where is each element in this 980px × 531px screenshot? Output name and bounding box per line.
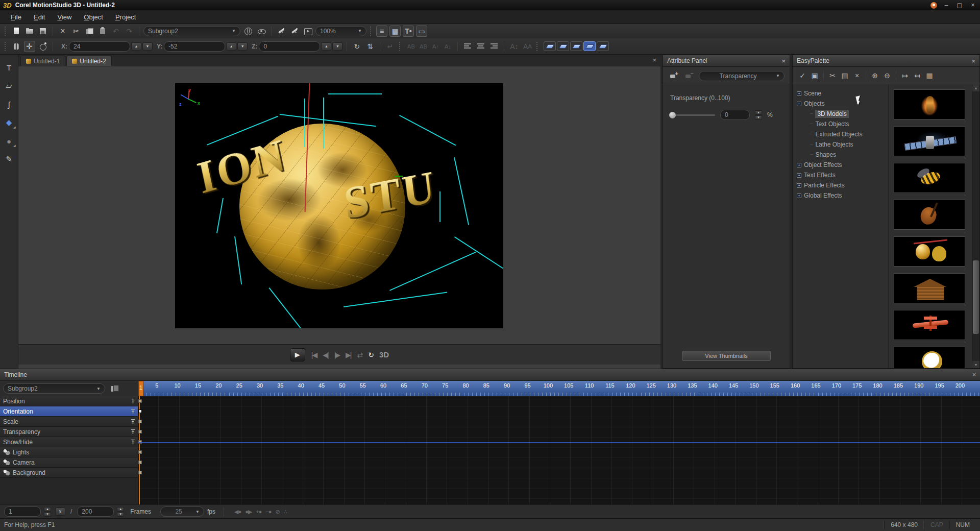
keyframe-marker[interactable] (138, 450, 142, 454)
track-background[interactable]: Background (0, 468, 138, 478)
transparency-slider[interactable] (670, 114, 715, 116)
rotate-tool-button[interactable] (37, 41, 48, 52)
x-spin-down-button[interactable]: ▼ (142, 42, 153, 51)
add-group-button[interactable]: ⊖ (881, 70, 893, 81)
add-attribute-button[interactable] (668, 70, 679, 82)
text-format-button-1[interactable]: AB (405, 41, 416, 52)
paste-button[interactable]: ▤ (839, 70, 850, 81)
pin-icon[interactable]: Ŧ (131, 428, 135, 436)
maximize-button[interactable]: ▢ (955, 2, 964, 9)
add-object-button[interactable]: ⊕ (869, 70, 880, 81)
tree-item-scene[interactable]: +Scene (796, 88, 888, 99)
track-scale[interactable]: ScaleŦ (0, 417, 138, 427)
move-tool-button[interactable] (24, 41, 35, 52)
close-icon[interactable]: × (781, 57, 786, 65)
loop-button[interactable]: ↻ (368, 351, 373, 359)
toggle-object-manager-button[interactable]: T• (403, 26, 414, 37)
tree-item-3d-models[interactable]: ┈3D Models (796, 109, 888, 119)
thumbnail-lantern[interactable] (894, 89, 965, 119)
close-icon[interactable]: × (971, 57, 975, 65)
tree-item-extruded-objects[interactable]: ┈Extruded Objects (796, 129, 888, 139)
playhead-marker[interactable]: 1 (138, 381, 143, 396)
layer-view-button[interactable] (109, 383, 120, 394)
align-center-button[interactable] (475, 41, 486, 52)
view-preset-button-4[interactable] (583, 41, 596, 51)
render-style-button[interactable] (276, 26, 287, 37)
thumbnail-bells[interactable] (894, 236, 965, 267)
remove-keyframe-button[interactable]: −● (265, 509, 271, 515)
toolbar-grip[interactable] (399, 42, 402, 51)
sync-keyframe-button[interactable]: ∴ (284, 509, 287, 515)
x-position-field[interactable]: 24 (69, 41, 130, 52)
view-preset-button-2[interactable] (557, 41, 569, 51)
wireframe-mode-button[interactable] (242, 26, 254, 37)
close-button[interactable]: × (969, 2, 977, 9)
tree-item-objects[interactable]: −Objects (796, 99, 888, 109)
slider-thumb[interactable] (669, 112, 676, 118)
expand-icon[interactable]: + (797, 173, 801, 178)
scroll-up-icon[interactable]: ▲ (972, 84, 979, 91)
tree-item-particle-effects[interactable]: +Particle Effects (796, 180, 888, 190)
pin-icon[interactable]: Ŧ (131, 439, 135, 446)
x-spin-up-button[interactable]: ▲ (131, 42, 141, 51)
reset-rotation-button[interactable]: ↻ (351, 41, 362, 52)
timeline-track-area[interactable] (138, 396, 980, 504)
align-left-button[interactable] (462, 41, 473, 52)
track-transparency[interactable]: TransparencyŦ (0, 427, 138, 437)
toggle-ruler-button[interactable]: ▭ (416, 26, 427, 37)
viewport-3d[interactable]: ION STU y x z (175, 83, 503, 328)
thumbnail-violin[interactable] (894, 200, 965, 230)
toggle-attribute-panel-button[interactable]: ≡ (376, 26, 387, 37)
view-preset-button-1[interactable] (544, 41, 556, 51)
add-keyframe-button[interactable]: +● (256, 509, 261, 515)
kerning-button[interactable]: A↕ (508, 41, 520, 52)
tree-item-lathe-objects[interactable]: ┈Lathe Objects (796, 139, 888, 150)
keyframe-marker[interactable] (138, 409, 142, 413)
track-position[interactable]: PositionŦ (0, 396, 138, 406)
menu-project[interactable]: Project (110, 11, 141, 23)
track-lights[interactable]: Lights (0, 447, 138, 457)
subgroup-dropdown[interactable]: Subgroup2 ▼ (143, 26, 240, 36)
tab-untitled-2[interactable]: Untitled-2 (66, 56, 111, 66)
track-show-hide[interactable]: Show/HideŦ (0, 437, 138, 447)
text-format-button-2[interactable]: AB (418, 41, 429, 52)
expand-icon[interactable]: + (797, 91, 801, 96)
thumbnail-biplane[interactable] (894, 310, 965, 340)
toolbar-grip[interactable] (536, 42, 539, 51)
total-frames-stepper[interactable]: ▲▼ (117, 507, 124, 517)
pingpong-button[interactable]: ⇄ (357, 351, 362, 359)
preview-mode-button[interactable] (256, 26, 267, 37)
easypalette-scrollbar[interactable]: ▲ ▼ (972, 84, 979, 368)
pan-tool-button[interactable] (11, 41, 22, 52)
copy-button[interactable] (84, 26, 95, 37)
edit-tool-button[interactable]: ✎ (3, 154, 15, 165)
preview-window-button[interactable] (302, 26, 313, 37)
step-back-button[interactable]: ◀| (323, 351, 328, 359)
tree-item-text-effects[interactable]: +Text Effects (796, 170, 888, 180)
account-icon[interactable] (930, 2, 937, 9)
current-frame-stepper[interactable]: ▲▼ (44, 507, 51, 517)
menu-view[interactable]: View (52, 11, 77, 23)
transparency-stepper[interactable]: ▲▼ (755, 110, 762, 120)
current-frame-field[interactable]: 1 (4, 506, 41, 517)
text-format-button-3[interactable]: A↑ (430, 41, 441, 52)
keyframe-marker[interactable] (138, 420, 142, 423)
next-keyframe-button[interactable]: ●▶ (245, 509, 252, 515)
resize-mode-button[interactable]: ⇅ (364, 41, 376, 52)
duplicate-button[interactable]: ▣ (809, 70, 820, 81)
remove-attribute-button[interactable] (683, 70, 695, 82)
timeline-subgroup-dropdown[interactable]: Subgroup2 ▼ (3, 383, 105, 394)
toolbar-grip[interactable] (370, 27, 373, 36)
expand-icon[interactable]: + (797, 183, 801, 188)
z-position-field[interactable]: 0 (259, 41, 320, 52)
thumbnail-wasp[interactable] (894, 163, 965, 193)
prev-keyframe-button[interactable]: ◀● (234, 509, 241, 515)
expand-icon[interactable]: + (797, 163, 801, 167)
fps-dropdown[interactable]: 25 ▼ (160, 506, 204, 517)
total-frames-field[interactable]: 200 (77, 506, 114, 517)
toolbar-grip[interactable] (5, 42, 7, 51)
zoom-dropdown[interactable]: 100% ▼ (315, 26, 366, 36)
document-close-icon[interactable]: × (652, 56, 656, 64)
render-quality-button[interactable] (289, 26, 300, 37)
tree-item-object-effects[interactable]: +Object Effects (796, 160, 888, 170)
